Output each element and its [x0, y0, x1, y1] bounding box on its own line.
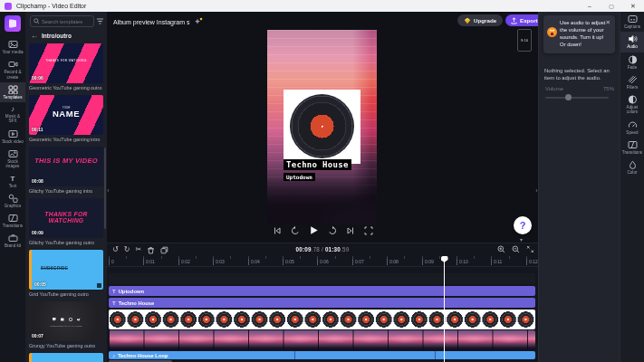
duration-badge: 00:09 [32, 230, 43, 235]
aspect-ratio-button[interactable]: 9:16 [517, 29, 532, 52]
maximize-button[interactable]: ▢ [601, 0, 622, 12]
upgrade-button[interactable]: Upgrade [457, 14, 503, 26]
timeline-ruler[interactable]: 0 0:01 0:02 0:03 0:04 0:05 0:06 0:07 0:0… [107, 256, 538, 267]
template-name: Geometric YouTube gaming outro [29, 85, 103, 90]
template-thumbnail: SUBSCRIBE 00:05 [29, 250, 103, 290]
clipchamp-logo-icon [5, 3, 12, 10]
sidebar-item-your-media[interactable]: Your media [0, 37, 25, 57]
template-name: Glitchy YouTube gaming intro [29, 188, 103, 194]
tool-fade[interactable]: Fade [620, 52, 644, 72]
duration-badge: 00:07 [32, 333, 43, 338]
tool-color[interactable]: Color [620, 157, 644, 177]
filter-icon[interactable] [96, 17, 104, 25]
fullscreen-button[interactable] [364, 226, 373, 235]
camera-icon [8, 60, 18, 69]
forward-button[interactable] [328, 226, 337, 235]
tool-filters[interactable]: Filters [620, 72, 644, 92]
search-templates-box[interactable] [30, 15, 94, 27]
volume-slider-handle[interactable] [565, 94, 572, 100]
template-thumbnail: YOUR NAME 00:11 [29, 95, 103, 135]
template-thumbnail: THANKS FOR WATCHING 00:06 [29, 43, 103, 83]
rewind-button[interactable] [291, 226, 300, 235]
video-clip-sunset[interactable] [109, 330, 535, 350]
video-clip-vinyl[interactable] [109, 310, 535, 329]
volume-value: 75% [603, 86, 614, 91]
audio-tooltip: Use audio to adjust the volume of your s… [543, 15, 615, 53]
collapse-left-panel-handle[interactable]: ‹ [105, 180, 111, 200]
music-note-icon: ♪ [11, 105, 14, 113]
stock-video-icon [8, 129, 18, 138]
preview-area: Album preview Instagram s Upgrade Export… [107, 12, 538, 243]
zoom-out-button[interactable] [512, 245, 520, 253]
skip-to-start-button[interactable] [273, 226, 282, 235]
template-name: Geometric YouTube gaming intro [29, 137, 103, 142]
speaker-icon [628, 34, 638, 43]
zoom-fit-button[interactable] [526, 245, 534, 253]
tooltip-close-icon[interactable]: ✕ [606, 19, 610, 26]
help-collapse-chevron[interactable]: ▾ [520, 236, 523, 243]
template-name: Grid YouTube gaming outro [29, 291, 103, 297]
timeline-toolbar: ↺ ↻ ✂ 00:09.78 / 01:30.59 [107, 243, 538, 256]
exploding-head-emoji [547, 27, 557, 37]
play-button[interactable] [309, 225, 319, 235]
duration-badge: 00:08 [32, 178, 43, 184]
playhead[interactable] [444, 256, 445, 362]
template-card-grungy-outro[interactable]: SUBSCRIBE TO MY CHANNEL 00:07 Grungy You… [29, 301, 103, 348]
brand-kit-icon [8, 233, 18, 243]
video-preview[interactable]: Techno House Uptodown [267, 30, 377, 224]
tool-audio[interactable]: Audio [620, 32, 644, 52]
template-card-partial[interactable] [29, 353, 103, 362]
audio-clip-techno-house-loop[interactable]: ♪ Techno House Loop [109, 351, 535, 359]
skip-to-end-button[interactable] [346, 226, 355, 235]
timeline: ↺ ↻ ✂ 00:09.78 / 01:30.59 0 0:01 0:02 0:… [107, 243, 538, 362]
sidebar-item-stock-video[interactable]: Stock video [0, 127, 25, 147]
video-subtitle-text: Uptodown [284, 173, 315, 181]
vinyl-record [290, 94, 354, 158]
titlebar: Clipchamp - Video Editor – ▢ ✕ [0, 0, 644, 12]
text-clip-uptodown[interactable]: T Uptodown [109, 286, 535, 296]
export-icon [511, 17, 517, 24]
timecode: 00:09.78 / 01:30.59 [107, 246, 538, 252]
category-title: Intro/outro [42, 33, 72, 39]
youtube-icon [61, 318, 64, 321]
template-card-geometric-intro[interactable]: YOUR NAME 00:11 Geometric YouTube gaming… [29, 95, 103, 142]
sidebar-item-transitions[interactable]: Transitions [0, 211, 25, 231]
right-toolbar: Captions Audio Fade Filters Adjust color… [620, 12, 644, 362]
template-card-grid-outro[interactable]: SUBSCRIBE 00:05 Grid YouTube gaming outr… [29, 250, 103, 297]
tool-captions[interactable]: Captions [620, 12, 644, 32]
empty-selection-message: Nothing selected. Select an item to adju… [544, 68, 613, 82]
sidebar-item-brand-kit[interactable]: Brand kit [0, 231, 25, 251]
template-thumbnail: THANKS FOR WATCHING 00:09 [29, 198, 103, 238]
template-card-glitchy-outro[interactable]: THANKS FOR WATCHING 00:09 Glitchy YouTub… [29, 198, 103, 245]
tool-speed[interactable]: Speed [620, 118, 644, 138]
transitions-icon [628, 140, 638, 149]
sidebar-item-record-create[interactable]: Record & create [0, 57, 25, 82]
back-arrow-icon[interactable]: ← [31, 32, 38, 40]
template-card-geometric-outro[interactable]: THANKS FOR WATCHING 00:06 Geometric YouT… [29, 43, 103, 90]
filters-icon [628, 75, 638, 84]
volume-slider[interactable] [545, 97, 609, 99]
tool-transitions[interactable]: Transitions [620, 138, 644, 157]
close-button[interactable]: ✕ [622, 0, 644, 12]
text-clip-techno-house[interactable]: T Techno House [109, 298, 535, 308]
help-button[interactable]: ? [514, 216, 532, 234]
speed-icon [628, 120, 638, 129]
sidebar-item-templates[interactable]: Templates [0, 82, 25, 102]
search-input[interactable] [42, 19, 91, 24]
adjust-colors-icon [628, 95, 638, 104]
sidebar-item-stock-images[interactable]: Stock images [0, 147, 25, 172]
templates-panel: ← Intro/outro THANKS FOR WATCHING 00:06 … [25, 12, 107, 362]
template-card-glitchy-intro[interactable]: THIS IS MY VIDEO 00:08 Glitchy YouTube g… [29, 147, 103, 194]
minimize-button[interactable]: – [579, 0, 601, 12]
sidebar-item-graphics[interactable]: Graphics [0, 191, 25, 211]
zoom-in-button[interactable] [497, 245, 505, 253]
media-icon [8, 40, 18, 49]
audio-panel: Use audio to adjust the volume of your s… [538, 12, 620, 362]
sidebar-item-text[interactable]: T Text [0, 172, 25, 191]
playback-controls [107, 225, 538, 235]
ai-sparkle-icon[interactable] [194, 17, 203, 26]
project-title[interactable]: Album preview Instagram s [113, 17, 203, 26]
clipchamp-home-button[interactable] [5, 15, 21, 32]
tool-adjust-colors[interactable]: Adjust colors [620, 92, 644, 118]
sidebar-item-music-sfx[interactable]: ♪ Music & SFX [0, 102, 25, 127]
